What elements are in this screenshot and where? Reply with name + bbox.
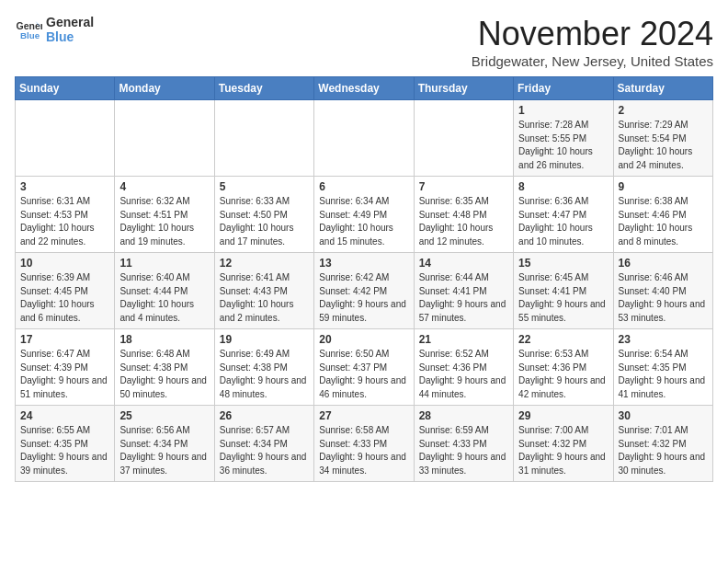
calendar-cell: 28Sunrise: 6:59 AM Sunset: 4:33 PM Dayli… [414, 406, 513, 482]
calendar-header-row: SundayMondayTuesdayWednesdayThursdayFrid… [16, 77, 713, 100]
day-info: Sunrise: 7:00 AM Sunset: 4:32 PM Dayligh… [518, 424, 608, 477]
day-info: Sunrise: 7:01 AM Sunset: 4:32 PM Dayligh… [619, 424, 708, 477]
day-info: Sunrise: 6:36 AM Sunset: 4:47 PM Dayligh… [518, 195, 608, 248]
day-number: 12 [220, 257, 309, 270]
day-number: 18 [119, 333, 209, 346]
day-number: 24 [20, 409, 109, 422]
calendar-cell: 9Sunrise: 6:38 AM Sunset: 4:46 PM Daylig… [613, 177, 712, 253]
calendar-cell [414, 100, 513, 177]
calendar-week-row: 1Sunrise: 7:28 AM Sunset: 5:55 PM Daylig… [16, 100, 713, 177]
weekday-header: Wednesday [314, 77, 414, 100]
calendar-cell: 15Sunrise: 6:45 AM Sunset: 4:41 PM Dayli… [514, 253, 613, 329]
day-info: Sunrise: 6:53 AM Sunset: 4:36 PM Dayligh… [518, 348, 608, 401]
day-info: Sunrise: 7:29 AM Sunset: 5:54 PM Dayligh… [619, 119, 708, 172]
day-number: 6 [319, 180, 408, 193]
calendar-cell: 18Sunrise: 6:48 AM Sunset: 4:38 PM Dayli… [115, 329, 214, 406]
calendar-cell: 19Sunrise: 6:49 AM Sunset: 4:38 PM Dayli… [214, 329, 313, 406]
location-subtitle: Bridgewater, New Jersey, United States [472, 53, 713, 69]
day-info: Sunrise: 6:44 AM Sunset: 4:41 PM Dayligh… [419, 271, 508, 325]
day-info: Sunrise: 6:38 AM Sunset: 4:46 PM Dayligh… [619, 195, 708, 248]
day-info: Sunrise: 6:35 AM Sunset: 4:48 PM Dayligh… [419, 195, 508, 248]
calendar-cell: 30Sunrise: 7:01 AM Sunset: 4:32 PM Dayli… [613, 406, 712, 482]
logo-icon: General Blue [15, 16, 42, 43]
day-info: Sunrise: 6:33 AM Sunset: 4:50 PM Dayligh… [220, 195, 309, 248]
day-info: Sunrise: 6:40 AM Sunset: 4:44 PM Dayligh… [119, 271, 209, 325]
day-number: 14 [419, 257, 508, 270]
calendar-week-row: 17Sunrise: 6:47 AM Sunset: 4:39 PM Dayli… [16, 329, 713, 406]
weekday-header: Monday [115, 77, 214, 100]
day-number: 27 [319, 409, 408, 422]
day-number: 15 [518, 257, 608, 270]
day-number: 26 [220, 409, 309, 422]
calendar-cell: 20Sunrise: 6:50 AM Sunset: 4:37 PM Dayli… [314, 329, 414, 406]
calendar-cell: 14Sunrise: 6:44 AM Sunset: 4:41 PM Dayli… [414, 253, 513, 329]
calendar-cell: 17Sunrise: 6:47 AM Sunset: 4:39 PM Dayli… [16, 329, 115, 406]
calendar-cell: 7Sunrise: 6:35 AM Sunset: 4:48 PM Daylig… [414, 177, 513, 253]
day-number: 2 [619, 104, 708, 117]
day-info: Sunrise: 6:39 AM Sunset: 4:45 PM Dayligh… [20, 271, 109, 325]
weekday-header: Friday [514, 77, 613, 100]
day-number: 25 [119, 409, 209, 422]
calendar-cell: 5Sunrise: 6:33 AM Sunset: 4:50 PM Daylig… [214, 177, 313, 253]
day-number: 9 [619, 180, 708, 193]
day-number: 23 [619, 333, 708, 346]
day-info: Sunrise: 6:31 AM Sunset: 4:53 PM Dayligh… [20, 195, 109, 248]
calendar-cell: 6Sunrise: 6:34 AM Sunset: 4:49 PM Daylig… [314, 177, 414, 253]
day-number: 4 [119, 180, 209, 193]
day-number: 30 [619, 409, 708, 422]
day-number: 11 [119, 257, 209, 270]
logo: General Blue General Blue [15, 15, 94, 44]
calendar-cell: 23Sunrise: 6:54 AM Sunset: 4:35 PM Dayli… [613, 329, 712, 406]
calendar-cell: 27Sunrise: 6:58 AM Sunset: 4:33 PM Dayli… [314, 406, 414, 482]
day-info: Sunrise: 6:48 AM Sunset: 4:38 PM Dayligh… [119, 348, 209, 401]
calendar-cell [115, 100, 214, 177]
day-number: 28 [419, 409, 508, 422]
calendar-cell: 1Sunrise: 7:28 AM Sunset: 5:55 PM Daylig… [514, 100, 613, 177]
logo-line2: Blue [46, 29, 94, 44]
calendar-cell: 29Sunrise: 7:00 AM Sunset: 4:32 PM Dayli… [514, 406, 613, 482]
day-number: 19 [220, 333, 309, 346]
day-info: Sunrise: 6:57 AM Sunset: 4:34 PM Dayligh… [220, 424, 309, 477]
day-info: Sunrise: 6:49 AM Sunset: 4:38 PM Dayligh… [220, 348, 309, 401]
day-info: Sunrise: 6:55 AM Sunset: 4:35 PM Dayligh… [20, 424, 109, 477]
calendar-cell: 24Sunrise: 6:55 AM Sunset: 4:35 PM Dayli… [16, 406, 115, 482]
calendar-cell: 12Sunrise: 6:41 AM Sunset: 4:43 PM Dayli… [214, 253, 313, 329]
day-number: 13 [319, 257, 408, 270]
weekday-header: Thursday [414, 77, 513, 100]
svg-text:Blue: Blue [20, 30, 40, 40]
calendar-cell [314, 100, 414, 177]
day-number: 10 [20, 257, 109, 270]
calendar-cell: 11Sunrise: 6:40 AM Sunset: 4:44 PM Dayli… [115, 253, 214, 329]
day-number: 5 [220, 180, 309, 193]
day-number: 20 [319, 333, 408, 346]
month-title: November 2024 [472, 15, 713, 53]
day-info: Sunrise: 6:58 AM Sunset: 4:33 PM Dayligh… [319, 424, 408, 477]
day-number: 29 [518, 409, 608, 422]
calendar-cell: 3Sunrise: 6:31 AM Sunset: 4:53 PM Daylig… [16, 177, 115, 253]
calendar-table: SundayMondayTuesdayWednesdayThursdayFrid… [15, 76, 713, 482]
day-info: Sunrise: 6:50 AM Sunset: 4:37 PM Dayligh… [319, 348, 408, 401]
calendar-cell: 16Sunrise: 6:46 AM Sunset: 4:40 PM Dayli… [613, 253, 712, 329]
day-info: Sunrise: 6:52 AM Sunset: 4:36 PM Dayligh… [419, 348, 508, 401]
calendar-cell [214, 100, 313, 177]
calendar-cell: 22Sunrise: 6:53 AM Sunset: 4:36 PM Dayli… [514, 329, 613, 406]
day-info: Sunrise: 6:56 AM Sunset: 4:34 PM Dayligh… [119, 424, 209, 477]
day-number: 17 [20, 333, 109, 346]
calendar-cell: 25Sunrise: 6:56 AM Sunset: 4:34 PM Dayli… [115, 406, 214, 482]
calendar-cell: 26Sunrise: 6:57 AM Sunset: 4:34 PM Dayli… [214, 406, 313, 482]
day-info: Sunrise: 6:47 AM Sunset: 4:39 PM Dayligh… [20, 348, 109, 401]
calendar-week-row: 10Sunrise: 6:39 AM Sunset: 4:45 PM Dayli… [16, 253, 713, 329]
day-info: Sunrise: 6:45 AM Sunset: 4:41 PM Dayligh… [518, 271, 608, 325]
day-number: 3 [20, 180, 109, 193]
weekday-header: Tuesday [214, 77, 313, 100]
weekday-header: Saturday [613, 77, 712, 100]
day-number: 1 [518, 104, 608, 117]
calendar-cell: 4Sunrise: 6:32 AM Sunset: 4:51 PM Daylig… [115, 177, 214, 253]
day-info: Sunrise: 6:32 AM Sunset: 4:51 PM Dayligh… [119, 195, 209, 248]
day-number: 16 [619, 257, 708, 270]
calendar-cell [16, 100, 115, 177]
weekday-header: Sunday [16, 77, 115, 100]
logo-line1: General [46, 15, 94, 29]
calendar-cell: 21Sunrise: 6:52 AM Sunset: 4:36 PM Dayli… [414, 329, 513, 406]
day-info: Sunrise: 6:59 AM Sunset: 4:33 PM Dayligh… [419, 424, 508, 477]
